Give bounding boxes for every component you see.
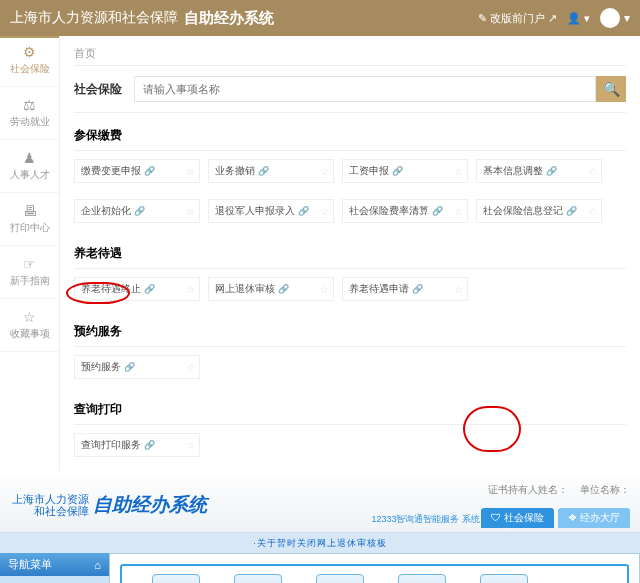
service-card[interactable]: 网上退休审核🔗☆ — [208, 277, 334, 301]
service-card[interactable]: 养老待遇申请🔗☆ — [342, 277, 468, 301]
card-label: 预约服务 — [81, 360, 121, 374]
tile-icon: 📑 — [398, 574, 446, 583]
bottom-header: 上海市人力资源 和社会保障 自助经办系统 证书持有人姓名： 单位名称： 1233… — [0, 477, 640, 533]
sidebar-title: 导航菜单 — [8, 557, 52, 572]
edit-portal-label: 改版前门户 — [490, 11, 545, 26]
tile[interactable]: 🖥年度工资申报 — [304, 574, 376, 583]
edit-portal-link[interactable]: ✎ 改版前门户 ↗ — [478, 11, 557, 26]
nav-item-4[interactable]: ☞新手指南 — [0, 246, 59, 299]
nav-item-3[interactable]: 🖶打印中心 — [0, 193, 59, 246]
search-button[interactable]: 🔍 — [596, 76, 626, 102]
link-icon: 🔗 — [134, 206, 145, 216]
service-card[interactable]: 社会保险信息登记🔗☆ — [476, 199, 602, 223]
nav-icon: 🖶 — [4, 203, 55, 219]
main-panel: 首页 社会保险 🔍 参保缴费缴费变更申报🔗☆业务撤销🔗☆工资申报🔗☆基本信息调整… — [60, 36, 640, 471]
card-label: 网上退休审核 — [215, 282, 275, 296]
tile-icon: ⌂ — [480, 574, 528, 583]
nav-icon: ⚖ — [4, 97, 55, 113]
star-icon[interactable]: ☆ — [186, 284, 195, 295]
star-icon[interactable]: ☆ — [454, 206, 463, 217]
star-icon[interactable]: ☆ — [186, 440, 195, 451]
link-icon: 🔗 — [258, 166, 269, 176]
link-icon: 🔗 — [546, 166, 557, 176]
link-icon: 🔗 — [144, 284, 155, 294]
pill-social-insurance[interactable]: 🛡 社会保险 — [481, 508, 554, 528]
service-card[interactable]: 退役军人申报录入🔗☆ — [208, 199, 334, 223]
breadcrumb[interactable]: 首页 — [74, 42, 626, 66]
link-icon: 🔗 — [298, 206, 309, 216]
dropdown-icon: ▾ — [584, 12, 590, 25]
star-icon[interactable]: ☆ — [454, 166, 463, 177]
cert-info: 证书持有人姓名： 单位名称： — [488, 483, 630, 497]
link-icon: 🔗 — [412, 284, 423, 294]
cert-label: 证书持有人姓名： — [488, 483, 568, 497]
card-row: 缴费变更申报🔗☆业务撤销🔗☆工资申报🔗☆基本信息调整🔗☆ — [74, 151, 626, 191]
tile[interactable]: 📋缴费变更申报 — [140, 574, 212, 583]
card-row: 养老待遇终止🔗☆网上退休审核🔗☆养老待遇申请🔗☆ — [74, 269, 626, 309]
pill-service-hall[interactable]: ❖ 经办大厅 — [558, 508, 630, 528]
star-icon[interactable]: ☆ — [186, 166, 195, 177]
search-label: 社会保险 — [74, 81, 134, 98]
service-card[interactable]: 查询打印服务🔗☆ — [74, 433, 200, 457]
card-label: 养老待遇申请 — [349, 282, 409, 296]
nav-item-2[interactable]: ♟人事人才 — [0, 140, 59, 193]
tile[interactable]: 📑基本信息调整 — [386, 574, 458, 583]
star-icon[interactable]: ☆ — [588, 206, 597, 217]
section-title: 养老待遇 — [74, 235, 626, 269]
section-title: 预约服务 — [74, 313, 626, 347]
card-label: 退役军人申报录入 — [215, 204, 295, 218]
edit-icon: ✎ — [478, 12, 487, 25]
card-label: 业务撤销 — [215, 164, 255, 178]
helpline-link[interactable]: 12333智询通智能服务 系统 — [371, 513, 480, 526]
header-title-2: 自助经办系统 — [184, 9, 274, 28]
link-icon: 🔗 — [278, 284, 289, 294]
bottom-logo-title: 自助经办系统 — [93, 492, 207, 518]
avatar[interactable] — [600, 8, 620, 28]
search-input[interactable] — [134, 76, 596, 102]
service-card[interactable]: 社会保险费率清算🔗☆ — [342, 199, 468, 223]
star-icon[interactable]: ☆ — [186, 362, 195, 373]
home-icon[interactable]: ⌂ — [94, 559, 101, 571]
service-card[interactable]: 基本信息调整🔗☆ — [476, 159, 602, 183]
tile-icon: 📋 — [152, 574, 200, 583]
nav-icon: ☆ — [4, 309, 55, 325]
star-icon[interactable]: ☆ — [320, 166, 329, 177]
user-menu[interactable]: 👤 ▾ — [567, 12, 590, 25]
link-icon: 🔗 — [144, 166, 155, 176]
tile-grid: 📋缴费变更申报🤝网上申请业务🖥年度工资申报📑基本信息调整⌂查询打印服务📄年度登记… — [128, 574, 621, 583]
service-card[interactable]: 工资申报🔗☆ — [342, 159, 468, 183]
service-card[interactable]: 企业初始化🔗☆ — [74, 199, 200, 223]
tile[interactable]: 🤝网上申请业务 — [222, 574, 294, 583]
service-card[interactable]: 预约服务🔗☆ — [74, 355, 200, 379]
nav-icon: ⚙ — [4, 44, 55, 60]
avatar-dropdown-icon[interactable]: ▾ — [624, 11, 630, 25]
unit-label: 单位名称： — [580, 483, 630, 497]
star-icon[interactable]: ☆ — [588, 166, 597, 177]
star-icon[interactable]: ☆ — [454, 284, 463, 295]
nav-item-1[interactable]: ⚖劳动就业 — [0, 87, 59, 140]
nav-item-5[interactable]: ☆收藏事项 — [0, 299, 59, 352]
service-card[interactable]: 业务撤销🔗☆ — [208, 159, 334, 183]
link-icon: 🔗 — [566, 206, 577, 216]
star-icon[interactable]: ☆ — [320, 206, 329, 217]
card-label: 工资申报 — [349, 164, 389, 178]
card-row: 预约服务🔗☆ — [74, 347, 626, 387]
tile[interactable]: ⌂查询打印服务 — [468, 574, 540, 583]
star-icon[interactable]: ☆ — [320, 284, 329, 295]
notice-bar[interactable]: ·关于暂时关闭网上退休审核板 — [0, 533, 640, 553]
card-label: 企业初始化 — [81, 204, 131, 218]
nav-icon: ♟ — [4, 150, 55, 166]
link-icon: 🔗 — [124, 362, 135, 372]
service-card[interactable]: 养老待遇终止🔗☆ — [74, 277, 200, 301]
sidebar-header[interactable]: 导航菜单 ⌂ — [0, 553, 109, 576]
link-icon: 🔗 — [144, 440, 155, 450]
bottom-main: 📋缴费变更申报🤝网上申请业务🖥年度工资申报📑基本信息调整⌂查询打印服务📄年度登记… — [110, 553, 640, 583]
header-pills: 🛡 社会保险 ❖ 经办大厅 — [481, 508, 630, 528]
nav-item-0[interactable]: ⚙社会保险 — [0, 36, 59, 87]
service-card[interactable]: 缴费变更申报🔗☆ — [74, 159, 200, 183]
nav-icon: ☞ — [4, 256, 55, 272]
left-nav: ⚙社会保险⚖劳动就业♟人事人才🖶打印中心☞新手指南☆收藏事项 — [0, 36, 60, 471]
star-icon[interactable]: ☆ — [186, 206, 195, 217]
card-label: 社会保险费率清算 — [349, 204, 429, 218]
tile-icon: 🤝 — [234, 574, 282, 583]
